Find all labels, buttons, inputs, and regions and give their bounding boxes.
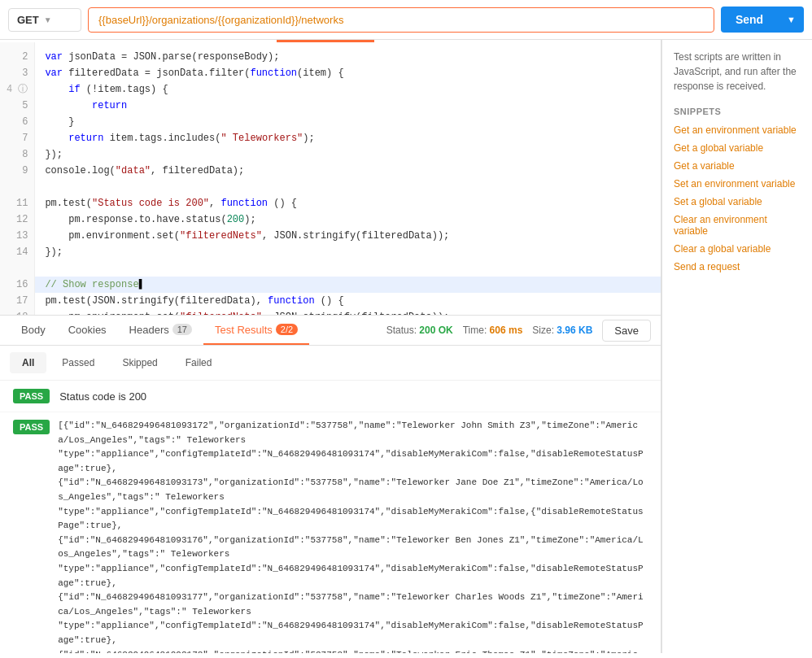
status-ok: 200 OK (419, 325, 452, 336)
filter-tab-skipped[interactable]: Skipped (110, 352, 169, 373)
code-line: } (35, 114, 661, 130)
code-line: pm.environment.set("filteredNets", JSON.… (35, 228, 661, 244)
code-line: pm.test("Status code is 200", function (… (35, 195, 661, 211)
code-line: return (35, 98, 661, 114)
tab-headers[interactable]: Headers 17 (118, 316, 203, 345)
line-numbers: 2 3 4 ⓘ 5 6 7 8 9 11 12 13 14 16 17 (0, 42, 35, 315)
test-filter-tabs: All Passed Skipped Failed (0, 346, 661, 381)
tab-cookies[interactable]: Cookies (57, 316, 118, 345)
test-result-item: PASS Status code is 200 (0, 381, 661, 412)
code-line: var jsonData = JSON.parse(responseBody); (35, 49, 661, 65)
tab-test-results[interactable]: Test Results 2/2 (203, 316, 309, 345)
snippet-send-request[interactable]: Send a request (674, 261, 801, 272)
method-select[interactable]: GET ▼ (8, 8, 81, 32)
json-pass-badge: PASS (13, 420, 50, 434)
code-line: return item.tags.includes(" Teleworkers"… (35, 130, 661, 146)
code-line: if (!item.tags) { (35, 81, 661, 98)
method-label: GET (17, 14, 39, 26)
main-area: 2 3 4 ⓘ 5 6 7 8 9 11 12 13 14 16 17 (0, 40, 812, 653)
code-line-highlighted: // Show response▌ (35, 277, 661, 293)
code-line: pm.environment.set("filteredNets", JSON.… (35, 309, 661, 315)
code-editor[interactable]: 2 3 4 ⓘ 5 6 7 8 9 11 12 13 14 16 17 (0, 42, 661, 315)
filter-tab-all[interactable]: All (10, 352, 46, 373)
url-bar: GET ▼ Send ▼ (0, 0, 812, 40)
snippets-label: SNIPPETS (674, 107, 801, 116)
sidebar: Test scripts are written in JavaScript, … (661, 40, 812, 653)
snippet-clear-global-var[interactable]: Clear a global variable (674, 243, 801, 255)
url-input[interactable] (88, 7, 714, 33)
filter-tab-passed[interactable]: Passed (50, 352, 107, 373)
code-line (35, 179, 661, 195)
status-time: 606 ms (490, 325, 523, 336)
size-label: Size: 3.96 KB (532, 325, 592, 336)
code-line: }); (35, 244, 661, 260)
send-button[interactable]: Send ▼ (721, 7, 804, 33)
pass-badge: PASS (13, 389, 50, 403)
time-label: Time: 606 ms (463, 325, 523, 336)
json-result-row: PASS [{"id":"N_646829496481093172","orga… (0, 412, 661, 653)
snippet-get-global-var[interactable]: Get a global variable (674, 142, 801, 154)
snippet-get-var[interactable]: Get a variable (674, 160, 801, 172)
save-button[interactable]: Save (602, 320, 651, 342)
status-size: 3.96 KB (557, 325, 592, 336)
code-line: console.log("data", filteredData); (35, 163, 661, 179)
tab-body[interactable]: Body (10, 316, 57, 345)
response-status-bar: Status: 200 OK Time: 606 ms Size: 3.96 K… (386, 320, 651, 342)
snippet-clear-env-var[interactable]: Clear an environment variable (674, 214, 801, 237)
code-line (35, 260, 661, 277)
sidebar-description: Test scripts are written in JavaScript, … (674, 50, 801, 94)
filter-tab-failed[interactable]: Failed (173, 352, 225, 373)
test-results-badge: 2/2 (276, 324, 298, 335)
snippet-set-env-var[interactable]: Set an environment variable (674, 178, 801, 190)
test-results-panel: PASS Status code is 200 PASS [{"id":"N_6… (0, 381, 661, 653)
code-line: pm.response.to.have.status(200); (35, 211, 661, 228)
status-label: Status: 200 OK (386, 325, 453, 336)
snippet-set-global-var[interactable]: Set a global variable (674, 196, 801, 207)
response-tabs: Body Cookies Headers 17 Test Results 2/2… (0, 315, 661, 346)
code-line: }); (35, 146, 661, 163)
headers-badge: 17 (172, 324, 192, 335)
code-content[interactable]: var jsonData = JSON.parse(responseBody);… (35, 42, 661, 315)
json-text: [{"id":"N_646829496481093172","organizat… (58, 419, 648, 653)
code-line: var filteredData = jsonData.filter(funct… (35, 65, 661, 81)
editor-area: 2 3 4 ⓘ 5 6 7 8 9 11 12 13 14 16 17 (0, 40, 661, 653)
code-line: pm.test(JSON.stringify(filteredData), fu… (35, 293, 661, 309)
test-name: Status code is 200 (59, 390, 146, 403)
send-label: Send (721, 13, 778, 26)
snippet-get-env-var[interactable]: Get an environment variable (674, 124, 801, 136)
send-dropdown-icon[interactable]: ▼ (779, 15, 804, 24)
method-chevron-icon: ▼ (44, 15, 52, 24)
